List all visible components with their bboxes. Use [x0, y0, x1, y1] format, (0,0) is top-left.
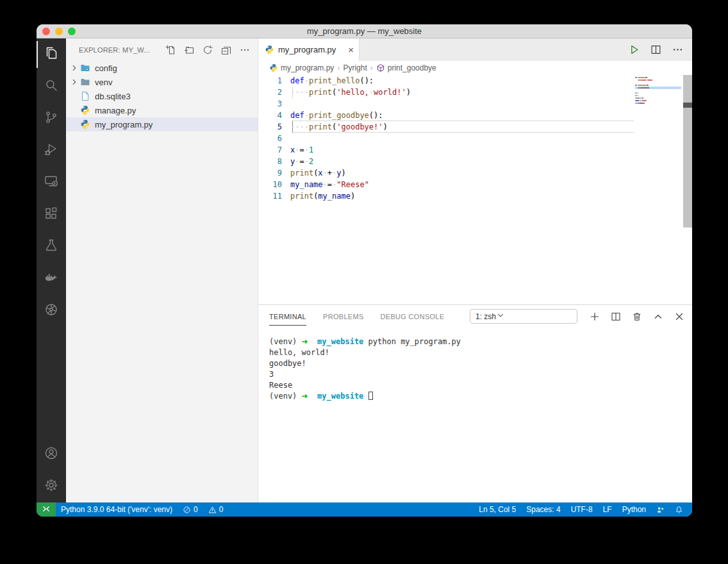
tree-item-db-sqlite3[interactable]: db.sqlite3 [66, 89, 258, 103]
status-notifications[interactable] [670, 502, 688, 517]
status-label: 0 [219, 505, 224, 514]
terminal-line: 3 [269, 369, 692, 380]
status-label: Ln 5, Col 5 [479, 505, 516, 514]
breadcrumb-item[interactable]: my_program.py [269, 63, 334, 72]
line-number: 7 [258, 144, 290, 156]
status-encoding[interactable]: UTF-8 [566, 502, 598, 517]
activity-extensions[interactable] [37, 199, 66, 231]
status-errors-count[interactable]: 0 [178, 502, 203, 517]
new-terminal-icon[interactable] [590, 311, 600, 322]
panel-tab-terminal[interactable]: TERMINAL [269, 307, 306, 326]
activity-manage[interactable] [37, 470, 66, 502]
status-python-interpreter[interactable]: Python 3.9.0 64-bit ('venv': venv) [56, 502, 178, 517]
activity-run-debug[interactable] [37, 135, 66, 167]
zoom-button[interactable] [68, 28, 76, 35]
window-title: my_program.py — my_website [307, 26, 422, 36]
status-label: Python [622, 505, 646, 514]
activity-source-control[interactable] [37, 103, 66, 135]
tree-item-my-program-py[interactable]: my_program.py [66, 117, 258, 131]
activity-accounts[interactable] [37, 438, 66, 470]
activity-search[interactable] [37, 70, 66, 103]
tree-item-label: db.sqlite3 [95, 92, 131, 101]
activity-explorer[interactable] [37, 38, 66, 70]
editor-group: my_program.py × my_program.py›Pyright›pr… [258, 38, 692, 502]
status-warnings-count[interactable]: 0 [203, 502, 229, 517]
terminal-output[interactable]: (venv) ➜ my_website python my_program.py… [258, 328, 692, 402]
status-feedback[interactable] [651, 502, 670, 517]
new-folder-icon[interactable] [184, 45, 194, 55]
terminal-line: hello, world! [269, 347, 692, 358]
split-editor-icon[interactable] [650, 44, 661, 55]
scrollbar-thumb[interactable] [683, 103, 692, 108]
tree-item-venv[interactable]: venv [66, 75, 258, 89]
panel-tab-debug-console[interactable]: DEBUG CONSOLE [381, 307, 445, 326]
more-icon[interactable] [672, 44, 683, 55]
code-line-2: 2····print('hello,·world!') [258, 87, 692, 98]
activity-remote-explorer[interactable] [37, 167, 66, 199]
editor-scrollbar[interactable] [683, 75, 692, 228]
run-button[interactable] [629, 44, 640, 55]
status-indentation[interactable]: Spaces: 4 [521, 502, 565, 517]
terminal-line: (venv) ➜ my_website [269, 391, 692, 402]
vscode-window: my_program.py — my_website EXPLORER: MY_… [37, 24, 692, 517]
terminal-shell-select[interactable]: 1: zsh [470, 309, 577, 324]
breadcrumb-separator: › [337, 63, 340, 72]
python-icon [80, 119, 90, 129]
titlebar[interactable]: my_program.py — my_website [37, 24, 692, 38]
explorer-sidebar: EXPLORER: MY_W... configvenvdb.sqlite3ma… [66, 38, 258, 502]
line-number: 11 [258, 190, 290, 202]
status-language-mode[interactable]: Python [617, 502, 651, 517]
code-line-4: 4def·print_goodbye(): [258, 110, 692, 121]
minimap[interactable] [635, 76, 681, 104]
close-button[interactable] [42, 28, 50, 35]
line-text: ····print('hello,·world!') [290, 87, 411, 98]
status-cursor-position[interactable]: Ln 5, Col 5 [474, 502, 521, 517]
status-label: LF [603, 505, 612, 514]
error-icon [183, 506, 191, 514]
refresh-icon[interactable] [203, 45, 213, 55]
tab-bar: my_program.py × [258, 38, 692, 61]
code-line-1: 1def·print_hello(): [258, 75, 692, 87]
status-eol[interactable]: LF [598, 502, 617, 517]
breadcrumb-item[interactable]: Pyright [343, 63, 367, 72]
tree-item-config[interactable]: config [66, 61, 258, 75]
code-editor[interactable]: 1def·print_hello():2····print('hello,·wo… [258, 75, 692, 304]
line-number: 10 [258, 179, 290, 190]
panel-tab-problems[interactable]: PROBLEMS [323, 307, 364, 326]
activity-testing[interactable] [37, 231, 66, 263]
file-db-icon [80, 91, 90, 101]
activity-docker[interactable] [37, 263, 66, 295]
code-line-8: 8y·=·2 [258, 156, 692, 167]
maximize-panel-icon[interactable] [653, 311, 663, 322]
symbol-method-icon [376, 63, 385, 72]
tree-item-label: my_program.py [95, 120, 153, 129]
tree-item-manage-py[interactable]: manage.py [66, 103, 258, 117]
minimize-button[interactable] [55, 28, 63, 35]
accounts-icon [44, 445, 59, 463]
chevron-right-icon[interactable] [69, 63, 80, 72]
line-number: 9 [258, 167, 290, 179]
line-number: 5 [258, 121, 290, 133]
new-file-icon[interactable] [165, 45, 176, 55]
explorer-icon [44, 46, 59, 63]
split-terminal-icon[interactable] [611, 311, 621, 322]
remote-indicator[interactable] [37, 502, 56, 517]
kill-terminal-icon[interactable] [632, 311, 642, 322]
bell-icon [675, 506, 683, 514]
code-line-11: 11print(my_name) [258, 190, 692, 202]
feedback-icon [656, 506, 665, 514]
tab-my-program-py[interactable]: my_program.py × [258, 38, 360, 61]
activity-kubernetes[interactable] [37, 295, 66, 327]
collapse-all-icon[interactable] [221, 45, 231, 55]
file-tree: configvenvdb.sqlite3manage.pymy_program.… [66, 61, 258, 131]
chevron-right-icon[interactable] [69, 78, 80, 87]
line-number: 8 [258, 156, 290, 167]
tab-label: my_program.py [278, 45, 336, 54]
breadcrumb-item[interactable]: print_goodbye [376, 63, 436, 72]
close-panel-icon[interactable] [674, 311, 684, 322]
line-number: 4 [258, 110, 290, 121]
testing-icon [44, 238, 59, 256]
search-icon [44, 78, 59, 95]
more-icon[interactable] [240, 45, 250, 55]
tab-close-icon[interactable]: × [348, 45, 354, 54]
